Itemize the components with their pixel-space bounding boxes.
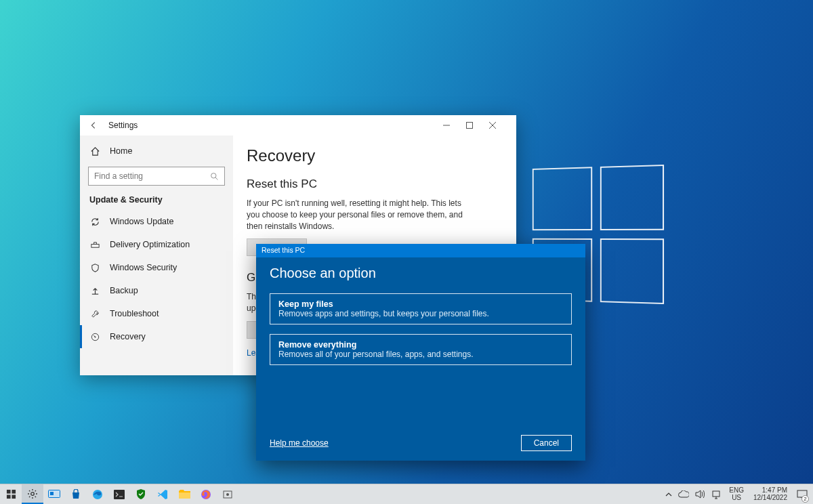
reset-heading: Reset this PC	[247, 177, 503, 191]
onedrive-icon	[678, 490, 689, 498]
volume-icon	[695, 490, 705, 499]
maximize-button[interactable]	[466, 122, 489, 129]
language-indicator[interactable]: ENG US	[726, 487, 747, 501]
taskbar: ENG US 1:47 PM 12/14/2022 2	[0, 484, 813, 504]
option-title: Keep my files	[278, 299, 563, 309]
svg-rect-9	[6, 495, 10, 499]
svg-rect-4	[91, 244, 98, 247]
reset-description: If your PC isn't running well, resetting…	[247, 198, 463, 232]
svg-rect-20	[713, 491, 720, 497]
taskbar-app-store[interactable]	[65, 484, 87, 504]
svg-rect-13	[50, 492, 54, 495]
back-button[interactable]	[84, 121, 103, 130]
home-icon	[89, 146, 100, 156]
sidebar-item-backup[interactable]: Backup	[80, 279, 233, 302]
reset-pc-dialog: Reset this PC Choose an option Keep my f…	[256, 244, 585, 461]
delivery-icon	[89, 239, 100, 250]
sidebar-item-label: Home	[110, 146, 132, 156]
search-placeholder: Find a setting	[94, 171, 143, 181]
svg-point-2	[211, 173, 216, 177]
system-tray[interactable]	[663, 490, 724, 499]
settings-titlebar: Settings	[80, 115, 516, 135]
sidebar-category: Update & Security	[80, 192, 233, 210]
clock-time: 1:47 PM	[753, 487, 787, 495]
svg-point-11	[31, 492, 35, 495]
window-title: Settings	[103, 121, 138, 130]
option-description: Removes all of your personal files, apps…	[278, 350, 563, 359]
taskbar-app-firefox[interactable]	[195, 484, 217, 504]
sidebar-item-recovery[interactable]: Recovery	[80, 325, 233, 348]
close-button[interactable]	[489, 122, 512, 129]
taskbar-app-generic[interactable]	[217, 484, 238, 504]
svg-rect-1	[467, 123, 473, 129]
action-center-button[interactable]: 2	[794, 484, 810, 504]
sidebar-item-label: Windows Security	[110, 263, 177, 272]
taskbar-app-terminal[interactable]	[108, 484, 130, 504]
minimize-button[interactable]	[443, 122, 466, 129]
sidebar-item-windows-security[interactable]: Windows Security	[80, 256, 233, 279]
svg-rect-16	[179, 492, 190, 499]
clock-date: 12/14/2022	[753, 495, 787, 502]
dialog-title: Reset this PC	[256, 244, 585, 257]
language-secondary: US	[729, 495, 744, 502]
search-icon	[210, 172, 219, 181]
option-title: Remove everything	[278, 340, 563, 350]
help-me-choose-link[interactable]: Help me choose	[270, 438, 329, 448]
shield-icon	[89, 262, 100, 273]
option-keep-my-files[interactable]: Keep my files Removes apps and settings,…	[270, 293, 572, 324]
svg-rect-10	[12, 495, 16, 499]
svg-rect-7	[6, 490, 10, 494]
language-primary: ENG	[729, 487, 744, 495]
taskbar-app-security[interactable]	[130, 484, 152, 504]
svg-rect-15	[114, 490, 125, 499]
sidebar-item-troubleshoot[interactable]: Troubleshoot	[80, 302, 233, 325]
sidebar-item-label: Backup	[110, 286, 138, 295]
gear-icon	[27, 488, 38, 499]
option-remove-everything[interactable]: Remove everything Removes all of your pe…	[270, 334, 572, 365]
chevron-up-icon	[665, 491, 672, 498]
svg-point-19	[226, 493, 229, 496]
taskbar-app-settings[interactable]	[22, 484, 43, 504]
dialog-heading: Choose an option	[270, 266, 572, 281]
cancel-button[interactable]: Cancel	[521, 435, 572, 451]
sidebar-item-label: Delivery Optimization	[110, 240, 190, 249]
wrench-icon	[89, 308, 100, 319]
sidebar-item-label: Troubleshoot	[110, 309, 159, 318]
settings-sidebar: Home Find a setting Update & Security Wi…	[80, 135, 233, 375]
backup-icon	[89, 285, 100, 296]
recovery-icon	[89, 331, 100, 342]
taskbar-app-vscode[interactable]	[152, 484, 173, 504]
taskbar-app-explorer[interactable]	[173, 484, 195, 504]
taskbar-clock[interactable]: 1:47 PM 12/14/2022	[749, 487, 791, 501]
search-input[interactable]: Find a setting	[88, 167, 225, 186]
svg-rect-8	[12, 490, 16, 494]
sidebar-item-delivery-optimization[interactable]: Delivery Optimization	[80, 233, 233, 256]
notification-count: 2	[801, 495, 809, 503]
svg-point-6	[94, 336, 96, 337]
svg-line-3	[215, 177, 217, 180]
taskbar-app-edge[interactable]	[87, 484, 108, 504]
network-icon	[711, 490, 721, 499]
sidebar-item-label: Recovery	[110, 332, 146, 341]
sync-icon	[89, 216, 100, 227]
sidebar-item-windows-update[interactable]: Windows Update	[80, 210, 233, 233]
option-description: Removes apps and settings, but keeps you…	[278, 309, 563, 318]
taskbar-app-task-view[interactable]	[43, 484, 65, 504]
page-title: Recovery	[247, 146, 503, 165]
sidebar-item-label: Windows Update	[110, 217, 174, 226]
sidebar-item-home[interactable]: Home	[80, 140, 233, 163]
start-button[interactable]	[0, 484, 22, 504]
